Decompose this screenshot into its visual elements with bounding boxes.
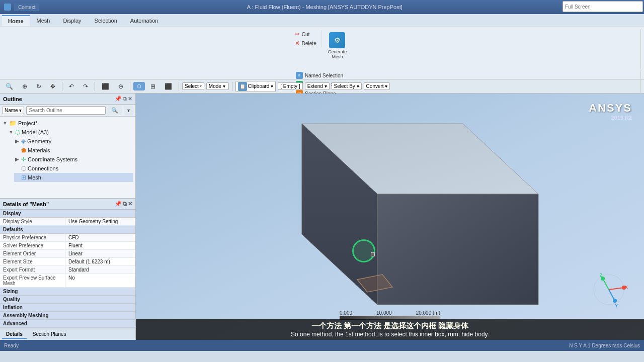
details-key-solver: Solver Preference xyxy=(0,242,65,249)
zoom-in-button[interactable]: ⊕ xyxy=(19,81,31,92)
convert-combo[interactable]: Convert ▾ xyxy=(364,82,390,90)
tab-automation[interactable]: Automation xyxy=(124,16,165,26)
rotate-button[interactable]: ↻ xyxy=(33,81,45,92)
generate-mesh-button[interactable]: ⚙ Generate Mesh xyxy=(324,30,351,61)
details-val-display-style[interactable]: Use Geometry Setting xyxy=(65,218,135,225)
tree-mesh[interactable]: ⊞ Mesh xyxy=(14,173,133,182)
details-val-physics[interactable]: CFD xyxy=(65,234,135,241)
tree-model[interactable]: ▼ ⬡ Model (A3) xyxy=(8,128,133,137)
select-by-combo[interactable]: Select By ▾ xyxy=(332,82,362,90)
details-row-element-order: Element Order Linear xyxy=(0,250,135,258)
tab-section-planes[interactable]: Section Planes xyxy=(29,330,70,339)
status-coords: N S Y A 1 Degrees rads Celsius xyxy=(569,343,640,348)
select-arrow: ▾ xyxy=(200,84,202,88)
undo-button[interactable]: ↶ xyxy=(65,81,77,92)
filter-down-button[interactable]: ▾ xyxy=(124,106,133,115)
details-row-display-style: Display Style Use Geometry Setting xyxy=(0,218,135,226)
filter-combo[interactable]: Name ▾ xyxy=(2,107,24,114)
axis-indicator: Z X Y xyxy=(589,269,629,310)
details-close-icon[interactable]: ✕ xyxy=(128,201,132,207)
coord-expand-icon[interactable]: ▶ xyxy=(14,156,20,162)
search-go-button[interactable]: 🔍 xyxy=(108,106,122,115)
select-combo[interactable]: Select ▾ xyxy=(182,82,204,90)
details-val-export-preview[interactable]: No xyxy=(65,274,135,287)
details-header-icons: 📌 ⧉ ✕ xyxy=(115,201,132,207)
geometry-label: Geometry xyxy=(27,138,51,144)
clipboard-icon: 📋 xyxy=(238,82,247,91)
materials-expand-icon xyxy=(14,147,20,153)
connections-expand-icon xyxy=(14,165,20,171)
model-expand-icon[interactable]: ▼ xyxy=(8,129,14,135)
bottom-tabs: Details Section Planes xyxy=(0,329,135,340)
geometry-expand-icon[interactable]: ▶ xyxy=(14,138,20,144)
outline-close-icon[interactable]: ✕ xyxy=(128,96,132,102)
search-input[interactable] xyxy=(26,106,106,115)
details-val-solver[interactable]: Fluent xyxy=(65,242,135,249)
model-icon: ⬡ xyxy=(15,129,20,136)
outline-pin-icon[interactable]: 📌 xyxy=(115,96,122,102)
ansys-logo: ANSYS xyxy=(589,102,632,115)
tab-mesh[interactable]: Mesh xyxy=(31,16,56,26)
materials-label: Materials xyxy=(28,147,50,153)
zoom-fit-button[interactable]: 🔍 xyxy=(2,81,17,92)
extend-label: Extend ▾ xyxy=(307,83,327,89)
details-val-element-size[interactable]: Default (1.6223 m) xyxy=(65,258,135,265)
extend-combo[interactable]: Extend ▾ xyxy=(305,82,330,90)
tree-project[interactable]: ▼ 📁 Project* xyxy=(2,119,133,128)
zoom-out-button[interactable]: ⊖ xyxy=(115,81,127,92)
zoom-box-button[interactable]: ⬛ xyxy=(98,81,113,92)
scale-label-1: 10.000 xyxy=(376,310,392,316)
details-table: Display Display Style Use Geometry Setti… xyxy=(0,210,135,329)
outline-header: Outline 📌 ⧉ ✕ xyxy=(0,94,135,105)
details-row-solver: Solver Preference Fluent xyxy=(0,242,135,250)
select-by-label: Select By ▾ xyxy=(334,83,359,89)
svg-line-9 xyxy=(609,288,624,290)
cut-button[interactable]: ✂ Cut xyxy=(293,30,318,38)
details-section-defaults: Defaults xyxy=(0,226,135,234)
tab-details[interactable]: Details xyxy=(2,330,27,339)
project-expand-icon[interactable]: ▼ xyxy=(2,120,8,126)
window-title: A : Fluid Flow (Fluent) - Meshing [ANSYS… xyxy=(39,4,610,10)
empty-combo[interactable]: [ Empty ] xyxy=(278,82,302,90)
quick-launch[interactable] xyxy=(562,1,643,12)
outline-float-icon[interactable]: ⧉ xyxy=(123,96,127,102)
clipboard-combo[interactable]: 📋 Clipboard ▾ xyxy=(235,81,276,92)
redo-button[interactable]: ↷ xyxy=(79,81,92,92)
tree-materials[interactable]: ⬟ Materials xyxy=(14,146,133,155)
tab-selection[interactable]: Selection xyxy=(89,16,123,26)
details-section-sizing: Sizing xyxy=(0,288,135,296)
tree-geometry[interactable]: ▶ ◈ Geometry xyxy=(14,137,133,146)
mode-combo[interactable]: Mode ▾ xyxy=(206,82,229,90)
delete-button[interactable]: ✕ Delete xyxy=(293,39,318,47)
details-val-export-format[interactable]: Standard xyxy=(65,266,135,274)
convert-label: Convert ▾ xyxy=(366,83,388,89)
viewport[interactable]: ANSYS 2019 R2 Z X Y 0.000 xyxy=(136,94,644,340)
toolbar-sep-4 xyxy=(179,82,179,91)
wireframe-button[interactable]: ⬛ xyxy=(161,81,176,92)
selection-circle xyxy=(352,239,375,262)
title-bar-tabs: Context xyxy=(14,5,39,10)
tree-connections[interactable]: ⬡ Connections xyxy=(14,164,133,173)
pan-button[interactable]: ✥ xyxy=(47,81,59,92)
named-selection-button[interactable]: ≡ Named Selection xyxy=(294,71,350,79)
tab-home[interactable]: Home xyxy=(2,15,30,26)
scale-label-0: 0.000 xyxy=(340,310,352,316)
3d-viewport-svg xyxy=(136,94,644,340)
title-context-tab[interactable]: Context xyxy=(14,4,39,11)
toolbar-sep-1 xyxy=(62,82,62,91)
connections-label: Connections xyxy=(28,165,58,171)
svg-rect-0 xyxy=(136,94,644,340)
view-options-button[interactable]: ⊞ xyxy=(147,81,159,92)
mode-label: Mode ▾ xyxy=(209,83,225,89)
details-val-element-order[interactable]: Linear xyxy=(65,250,135,257)
details-float-icon[interactable]: ⧉ xyxy=(123,201,127,207)
quick-launch-input[interactable] xyxy=(563,3,642,11)
ribbon-group-cut: ✂ Cut ✕ Delete ⚙ Generate Mesh xyxy=(3,29,641,69)
tree-coordinate-systems[interactable]: ▶ ✛ Coordinate Systems xyxy=(14,155,133,164)
details-pin-icon[interactable]: 📌 xyxy=(115,201,122,207)
view-iso-button[interactable]: ⬡ xyxy=(133,82,145,90)
details-row-export-preview: Export Preview Surface Mesh No xyxy=(0,274,135,288)
tab-display[interactable]: Display xyxy=(57,16,87,26)
details-key-export-preview: Export Preview Surface Mesh xyxy=(0,274,65,287)
svg-marker-4 xyxy=(357,275,392,292)
